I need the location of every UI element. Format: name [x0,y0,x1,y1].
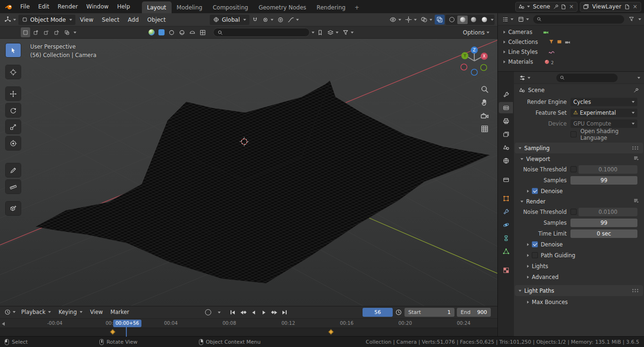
tool-measure[interactable] [6,180,21,194]
add-workspace-button[interactable]: + [351,1,363,13]
workspace-tab-layout[interactable]: Layout [142,1,172,13]
proportional-falloff-button[interactable] [286,15,300,25]
axis-neg-z-ball[interactable] [471,69,478,76]
preset-menu-icon[interactable] [633,155,639,163]
device-dropdown[interactable]: GPU Compute [570,119,637,128]
bookmark-button[interactable] [315,27,325,37]
xray-toggle-button[interactable] [435,15,445,25]
options-dropdown[interactable]: Options [462,27,491,37]
tab-object-data-properties[interactable] [499,245,513,257]
tool-scale[interactable] [6,120,21,134]
select-mode-subtract-button[interactable] [41,27,51,37]
matcap-button[interactable] [147,27,156,37]
timecode-clock-icon[interactable] [395,309,402,316]
tab-tool[interactable] [499,89,513,100]
tab-constraint-properties[interactable] [499,232,513,244]
menu-timeline-view[interactable]: View [87,309,106,315]
viewlayer-selector[interactable]: ViewLayer × [580,2,641,12]
menu-help[interactable]: Help [113,0,134,13]
drag-grip-icon[interactable] [632,146,639,150]
camera-view-icon[interactable] [480,111,489,120]
path-guiding-checkbox[interactable] [532,252,538,258]
drag-grip-icon[interactable] [632,288,639,293]
sphere-toggle-button[interactable] [177,27,187,37]
expand-icon[interactable] [504,41,505,43]
expand-icon[interactable] [504,51,505,53]
render-samples-field[interactable]: 99 [570,219,637,227]
path-guiding-row[interactable]: Path Guiding [514,250,644,261]
filter-button[interactable] [341,27,355,37]
auto-keying-button[interactable] [204,308,213,317]
grid-toggle-button[interactable] [198,27,207,37]
select-mode-intersect-button[interactable] [62,27,72,37]
overlays-button[interactable] [419,15,434,25]
tool-rotate[interactable] [6,103,21,117]
menu-playback[interactable]: Playback [18,309,54,315]
sampling-panel-header[interactable]: Sampling [515,143,643,153]
playhead-frame-badge[interactable]: 00:00+56 [113,320,141,327]
zoom-icon[interactable] [480,85,489,93]
advanced-row[interactable]: Advanced [514,271,644,282]
shading-wireframe-button[interactable] [446,16,457,24]
orientation-dropdown[interactable]: Global [210,15,249,25]
halfsphere-toggle-button[interactable] [188,27,197,37]
jump-to-end-button[interactable] [280,308,289,317]
render-denoise-checkbox[interactable] [532,241,538,247]
tab-physics-properties[interactable] [499,219,513,230]
light-paths-panel-header[interactable]: Light Paths [515,285,643,296]
tab-collection-properties[interactable] [499,174,513,185]
caret-down-icon[interactable] [637,77,640,79]
select-mode-extend-button[interactable] [31,27,41,37]
tool-move[interactable] [6,87,21,101]
menu-keying[interactable]: Keying [55,309,86,315]
next-keyframe-button[interactable] [270,308,279,317]
menu-view[interactable]: View [76,17,97,23]
blender-logo-icon[interactable] [0,0,16,13]
workspace-tab-rendering[interactable]: Rendering [312,1,351,13]
select-mode-new-button[interactable] [21,27,30,37]
current-frame-field[interactable]: 56 [363,308,393,317]
render-noise-checkbox[interactable] [570,209,577,215]
preset-menu-icon[interactable] [633,198,639,205]
tab-modifier-properties[interactable] [499,206,513,217]
outliner-display-mode-button[interactable] [516,14,530,24]
menu-add[interactable]: Add [124,17,142,23]
timeline-track[interactable] [0,328,497,336]
viewport-noise-field[interactable]: 0.1000 [578,165,637,174]
osl-checkbox[interactable] [570,131,577,137]
shading-solid-button[interactable] [457,16,468,24]
expand-icon[interactable] [504,60,505,63]
menu-render[interactable]: Render [53,0,82,13]
lights-row[interactable]: Lights [514,261,644,271]
select-mode-invert-button[interactable] [52,27,61,37]
menu-object[interactable]: Object [143,17,169,23]
tool-select-box[interactable] [6,43,21,57]
tab-output-properties[interactable] [499,115,513,127]
viewport-denoise-row[interactable]: Denoise [514,186,644,196]
outliner-row-materials[interactable]: Materials 2 [498,57,644,67]
viewport-3d[interactable]: User Perspective (56) Collection | Camer… [0,39,497,306]
properties-editor-type-button[interactable] [518,73,532,83]
proportional-editing-button[interactable] [276,15,285,25]
tool-transform[interactable] [6,136,21,150]
timeline-scroll-left-icon[interactable] [2,322,5,326]
new-viewlayer-icon[interactable] [624,4,630,10]
layers-button[interactable] [326,27,340,37]
tab-object-properties[interactable] [499,193,513,204]
workspace-tab-modeling[interactable]: Modeling [172,1,208,13]
tab-texture-properties[interactable] [499,264,513,276]
snap-toggle-button[interactable] [250,15,260,25]
ortho-grid-icon[interactable] [480,125,489,133]
remove-viewlayer-icon[interactable]: × [632,4,638,9]
properties-search-input[interactable] [556,74,618,82]
editor-type-button[interactable] [3,15,17,25]
tab-scene-properties[interactable] [499,142,513,153]
render-engine-dropdown[interactable]: Cycles [570,98,637,106]
render-noise-field[interactable]: 0.0100 [578,208,637,216]
pin-icon[interactable] [553,4,559,10]
keyframe-diamond[interactable] [110,330,115,335]
jump-to-start-button[interactable] [228,308,237,317]
shading-material-button[interactable] [468,16,479,24]
mode-dropdown[interactable]: Object Mode [18,15,75,25]
menu-file[interactable]: File [16,0,34,13]
